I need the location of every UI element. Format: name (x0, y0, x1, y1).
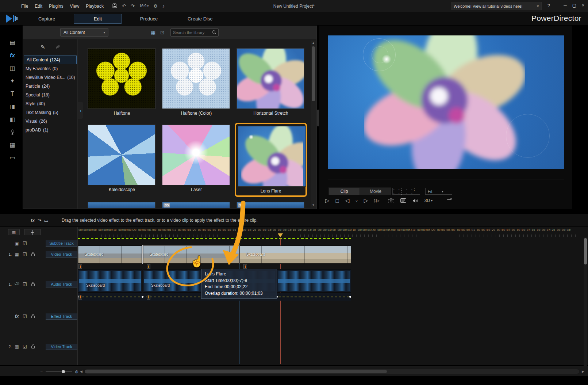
zoom-slider-thumb[interactable] (62, 370, 65, 373)
video-track-1-enable-checkbox[interactable]: ☑ (23, 252, 27, 257)
search-input[interactable] (173, 30, 212, 35)
effect-item-partial-1[interactable] (88, 202, 155, 208)
video-clip-2-drop-target[interactable]: Skateboard (143, 245, 239, 264)
clip-attribute-indicator[interactable]: i (147, 295, 150, 300)
grid-view-icon[interactable]: ▦ (151, 30, 155, 35)
zoom-out-icon[interactable]: − (40, 369, 43, 374)
subtitle-room-icon[interactable]: ▭ (9, 155, 15, 161)
effect-item-kaleidoscope[interactable]: Kaleidoscope (86, 123, 158, 197)
tab-edit[interactable]: Edit (74, 14, 122, 24)
media-room-icon[interactable]: ▤ (9, 39, 15, 46)
collapse-panel-button[interactable]: ‹ (78, 102, 83, 119)
bell-icon[interactable]: ♪ (162, 3, 165, 9)
menu-plugins[interactable]: Plugins (49, 4, 63, 9)
tab-produce[interactable]: Produce (125, 14, 173, 24)
clip-attribute-indicator[interactable]: i (78, 295, 82, 300)
category-item-special[interactable]: Special(18) (23, 91, 77, 99)
video-clip-1[interactable]: Skateboard (78, 245, 142, 264)
3d-mode-button[interactable]: 3D ▾ (424, 197, 433, 204)
tab-capture[interactable]: Capture (23, 14, 71, 24)
aspect-ratio-select[interactable]: 16:9 ▾ (139, 4, 149, 8)
audio-mix-room-icon[interactable]: ◧ (9, 116, 15, 122)
content-filter-dropdown[interactable]: All Content ▾ (60, 28, 108, 37)
category-item-prodad[interactable]: proDAD(1) (23, 126, 77, 134)
video-track-2-label[interactable]: Video Track (46, 344, 77, 350)
redo-icon[interactable]: ↷ (131, 3, 135, 9)
lock-icon[interactable] (31, 346, 35, 348)
expand-view-icon[interactable]: ⊡ (160, 30, 165, 35)
timeline-vertical-scrollbar[interactable] (584, 237, 587, 366)
scroll-down-icon[interactable]: ▼ (311, 203, 316, 207)
audio-track-1-label[interactable]: Audio Track (46, 281, 77, 287)
add-tag-icon[interactable]: ✎ (41, 44, 45, 50)
effect-item-halftone[interactable]: Halftone (86, 46, 158, 118)
audio-clip-1[interactable]: Skateboard (78, 269, 142, 293)
help-button[interactable]: ? (547, 3, 550, 8)
category-item-style[interactable]: Style(40) (23, 99, 77, 108)
scroll-left-icon[interactable]: ◀ (80, 370, 82, 373)
close-icon[interactable]: × (537, 4, 539, 9)
effect-item-halftone-color[interactable]: Halftone (Color) (160, 46, 232, 118)
effect-item-laser[interactable]: Laser (160, 123, 232, 197)
undock-preview-icon[interactable] (447, 197, 453, 204)
previous-frame-button[interactable]: ◁ (345, 197, 350, 204)
undo-icon[interactable]: ↶ (122, 3, 126, 9)
zoom-slider[interactable] (46, 371, 72, 372)
category-item-my-favorites[interactable]: My Favorites(0) (23, 64, 77, 73)
tutorial-notification[interactable]: Welcome! View all tutorial videos here! … (451, 2, 542, 10)
close-button[interactable]: × (582, 3, 584, 8)
minimize-button[interactable]: ─ (564, 3, 567, 8)
zoom-in-icon[interactable]: ⊕ (75, 369, 78, 374)
effect-track-label[interactable]: Effect Track (46, 313, 77, 320)
effect-room-icon[interactable]: fx (10, 52, 15, 58)
particle-room-icon[interactable]: ✦ (10, 78, 15, 84)
menu-edit[interactable]: Edit (35, 4, 42, 9)
snapshot-camera-icon[interactable] (388, 197, 394, 204)
subtitle-track-label[interactable]: Subtitle Track (46, 240, 77, 247)
clip-mode-tab[interactable]: Clip (328, 187, 360, 195)
split-tool-button[interactable]: ╫ (24, 229, 41, 235)
menu-view[interactable]: View (70, 4, 79, 9)
effect-track-enable-checkbox[interactable]: ☑ (23, 314, 27, 319)
clip-attribute-indicator[interactable]: i (78, 264, 82, 269)
effect-item-lens-flare[interactable]: Lens Flare (235, 123, 307, 197)
step-button[interactable]: ▿ (356, 197, 358, 204)
panel-splitter[interactable] (317, 110, 319, 126)
menu-file[interactable]: File (21, 4, 28, 9)
maximize-button[interactable]: ▢ (572, 3, 576, 8)
category-item-newblue-video-es-[interactable]: NewBlue Video Es...(10) (23, 73, 77, 82)
audio-track-1-enable-checkbox[interactable]: ☑ (23, 282, 27, 287)
stop-button[interactable]: □ (336, 197, 339, 204)
menu-playback[interactable]: Playback (86, 4, 104, 9)
video-clip-3[interactable]: Skateboard (239, 245, 351, 264)
save-icon[interactable] (112, 3, 117, 9)
next-frame-button[interactable]: ▷ (364, 197, 368, 204)
scrollbar-thumb[interactable] (584, 238, 587, 264)
track-manager-button[interactable]: ▦ (8, 229, 20, 235)
subtitle-track-enable-checkbox[interactable]: ☑ (23, 241, 27, 246)
lock-icon[interactable] (31, 254, 35, 256)
clip-attribute-indicator[interactable]: i (243, 264, 247, 269)
movie-mode-tab[interactable]: Movie (360, 187, 391, 195)
timeline-ruler[interactable]: 00;00;00;0000;00;00;1000;00;00;2000;00;0… (78, 228, 584, 237)
volume-keyframe[interactable] (349, 296, 351, 298)
library-scrollbar[interactable]: ▲ ▼ (311, 41, 316, 207)
transition-room-icon[interactable]: ◨ (9, 103, 15, 110)
category-item-visual[interactable]: Visual(26) (23, 117, 77, 126)
effect-item-horizontal-stretch[interactable]: Horizontal Stretch (235, 46, 307, 118)
scroll-up-icon[interactable]: ▲ (311, 41, 316, 45)
video-track-2-enable-checkbox[interactable]: ☑ (23, 344, 27, 350)
category-item-particle[interactable]: Particle(24) (23, 82, 77, 91)
scrollbar-thumb[interactable] (312, 46, 315, 101)
fit-dropdown[interactable]: Fit ▾ (425, 188, 452, 195)
timeline-horizontal-scrollbar[interactable] (85, 369, 579, 374)
audio-clip-3[interactable] (277, 269, 351, 293)
gear-icon[interactable]: ⚙ (153, 3, 158, 9)
clip-attribute-indicator[interactable]: i (147, 264, 150, 269)
voiceover-room-icon[interactable] (10, 129, 15, 135)
chapter-room-icon[interactable]: ▦ (9, 142, 15, 148)
play-button[interactable]: ▷ (325, 197, 330, 204)
effect-item-partial-2[interactable]: 3D (162, 202, 230, 208)
display-options-icon[interactable] (400, 197, 406, 204)
library-search[interactable] (170, 28, 219, 37)
